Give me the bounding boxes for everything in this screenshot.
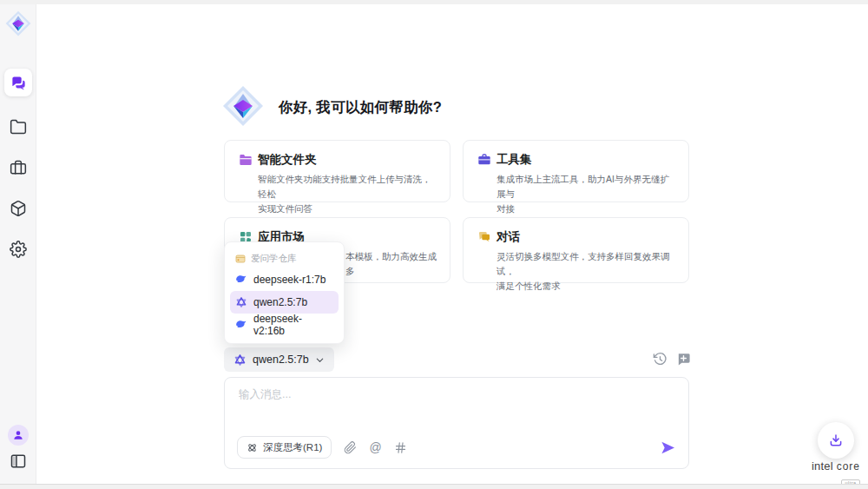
card-description: 灵活切换多模型文件，支持多样回复效果调试， 满足个性化需求	[496, 249, 678, 294]
at-icon: @	[369, 441, 381, 454]
deepseek-icon	[235, 274, 247, 286]
model-option-qwen[interactable]: qwen2.5:7b	[230, 291, 339, 314]
panel-icon	[10, 453, 27, 470]
sidebar-item-folders[interactable]	[10, 118, 27, 135]
card-description: 智能文件夹功能支持批量文件上传与清洗，轻松 实现文件问答	[258, 172, 439, 216]
cube-icon	[10, 200, 27, 217]
intel-brand-text: intel	[812, 459, 833, 472]
model-option-deepseek-r1[interactable]: deepseek-r1:7b	[230, 268, 339, 291]
app-logo[interactable]	[5, 10, 31, 36]
card-description: 集成市场上主流工具，助力AI与外界无缝扩展与 对接	[496, 172, 678, 216]
page-title: 你好, 我可以如何帮助你?	[279, 98, 442, 117]
sidebar	[0, 0, 36, 489]
sidebar-item-chat[interactable]	[4, 69, 32, 96]
window-bottom-edge	[0, 484, 868, 489]
chevron-down-icon	[315, 355, 325, 365]
model-option-label: deepseek-r1:7b	[253, 274, 326, 286]
sidebar-item-profile[interactable]	[8, 425, 29, 446]
model-selector-button[interactable]: qwen2.5:7b	[224, 347, 334, 372]
send-button[interactable]	[660, 439, 676, 456]
atom-icon	[247, 442, 258, 453]
card-dialogue[interactable]: 对话 灵活切换多模型文件，支持多样回复效果调试， 满足个性化需求	[463, 217, 689, 283]
selected-model-label: qwen2.5:7b	[253, 354, 309, 366]
download-fab[interactable]	[818, 422, 854, 459]
folder-icon	[239, 153, 253, 167]
qwen-icon	[233, 354, 247, 367]
new-chat-icon	[676, 352, 691, 367]
hash-icon	[394, 441, 407, 454]
model-group-header: 爱问学仓库	[230, 249, 339, 268]
composer-toolbar: 深度思考(R1) @	[237, 436, 676, 459]
gear-icon	[10, 241, 27, 258]
sidebar-item-toolbox[interactable]	[10, 159, 27, 176]
deep-think-label: 深度思考(R1)	[263, 441, 322, 454]
card-title: 智能文件夹	[258, 152, 317, 168]
deepseek-icon	[235, 319, 247, 331]
model-group-label: 爱问学仓库	[251, 253, 297, 265]
model-option-label: qwen2.5:7b	[253, 296, 307, 308]
new-chat-button[interactable]	[676, 352, 691, 367]
window-top-edge	[0, 0, 868, 4]
card-title: 对话	[496, 229, 520, 245]
assistant-logo	[222, 85, 264, 127]
sidebar-item-collapse[interactable]	[10, 453, 27, 470]
chat-bubbles-icon	[477, 230, 491, 244]
model-dropdown: 爱问学仓库 deepseek-r1:7b qwen2.5:7b deepseek…	[224, 241, 345, 344]
message-input[interactable]	[239, 387, 673, 426]
folder-icon	[10, 118, 27, 135]
briefcase-icon	[477, 153, 491, 167]
qwen-icon	[235, 296, 247, 308]
history-icon	[653, 352, 667, 367]
card-smart-folder[interactable]: 智能文件夹 智能文件夹功能支持批量文件上传与清洗，轻松 实现文件问答	[224, 140, 450, 202]
chat-icon	[10, 75, 27, 91]
person-icon	[12, 429, 24, 441]
send-icon	[660, 439, 676, 456]
topic-button[interactable]	[394, 441, 407, 454]
repository-icon	[235, 254, 246, 264]
deep-think-toggle[interactable]: 深度思考(R1)	[237, 436, 332, 459]
model-option-label: deepseek-v2:16b	[253, 313, 333, 337]
attach-button[interactable]	[344, 441, 357, 454]
briefcase-icon	[10, 159, 27, 176]
history-button[interactable]	[653, 352, 667, 367]
sidebar-item-models[interactable]	[10, 200, 27, 217]
paperclip-icon	[344, 441, 357, 454]
download-icon	[828, 433, 844, 448]
mention-button[interactable]: @	[369, 441, 382, 454]
sidebar-item-settings[interactable]	[10, 241, 27, 258]
message-composer: 深度思考(R1) @	[224, 377, 689, 469]
intel-product-text: core	[837, 460, 860, 472]
card-toolset[interactable]: 工具集 集成市场上主流工具，助力AI与外界无缝扩展与 对接	[463, 140, 689, 202]
card-title: 工具集	[496, 152, 532, 168]
model-option-deepseek-v2[interactable]: deepseek-v2:16b	[230, 314, 339, 336]
app-window: 你好, 我可以如何帮助你? 智能文件夹 智能文件夹功能支持批量文件上传与清洗，轻…	[0, 0, 868, 489]
